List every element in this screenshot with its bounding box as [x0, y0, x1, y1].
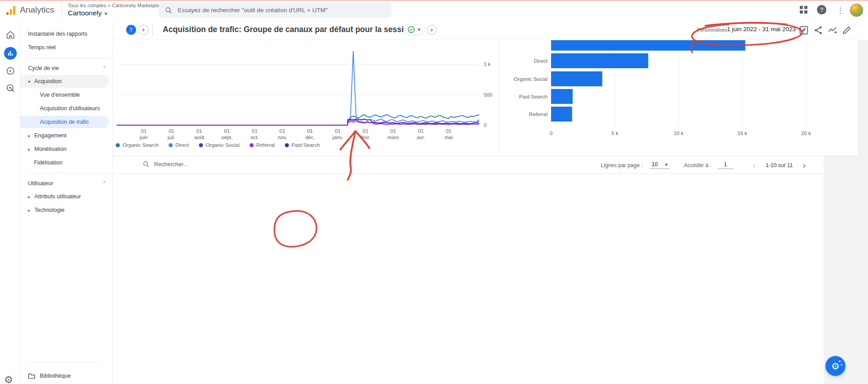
x-axis-tick-label: 01sept.	[221, 128, 232, 140]
x-axis-tick-label: 01mars	[387, 128, 399, 140]
legend-label: Paid Search	[292, 142, 320, 148]
sidebar-item-temps-reel[interactable]: Temps réel	[20, 41, 113, 54]
sidebar-item-label: Technologie	[34, 207, 65, 213]
ga4-application: Analytics Tous les comptes > Cartoonely …	[0, 0, 868, 384]
legend-dot-icon	[116, 143, 120, 147]
rows-per-page-select[interactable]: 10▼	[649, 161, 670, 169]
sidebar-item-attributs-utilisateur[interactable]: ▸Attributs utilisateur	[20, 190, 113, 203]
legend-item-direct[interactable]: Direct	[169, 142, 189, 148]
bar-category-label: Referral	[529, 112, 547, 117]
bar-category-label: Paid Search	[519, 94, 547, 99]
sidebar-item-engagement[interactable]: ▸Engagement	[20, 129, 113, 142]
sidebar-item-vue-d-ensemble[interactable]: Vue d'ensemble	[20, 89, 113, 101]
bar-direct[interactable]	[551, 53, 648, 68]
x-axis-tick-label: 01mai	[444, 128, 453, 140]
legend-dot-icon	[169, 143, 173, 147]
legend-label: Organic Social	[206, 142, 240, 148]
arrow-right-icon: ▸	[28, 191, 34, 203]
global-search-input[interactable]: Essayez de rechercher "outil de création…	[159, 3, 392, 18]
sidebar-item-bibliotheque[interactable]: Bibliothèque	[20, 369, 113, 383]
report-status-badge[interactable]: ▼	[404, 24, 425, 35]
table-search-input[interactable]: Rechercher...	[143, 161, 188, 168]
page-gutter	[824, 156, 858, 384]
legend-label: Direct	[175, 142, 189, 148]
topbar-divider	[61, 4, 62, 17]
legend-dot-icon	[285, 143, 289, 147]
check-circle-icon	[407, 26, 415, 33]
sidebar-section-cycle-de-vie[interactable]: Cycle de vie⌃	[20, 62, 113, 74]
home-icon[interactable]	[4, 28, 17, 41]
sidebar-item-label: Attributs utilisateur	[34, 193, 81, 200]
bar-paid-search[interactable]	[551, 89, 573, 104]
legend-item-referral[interactable]: Referral	[250, 142, 275, 148]
sidebar-section-label: Utilisateur	[28, 178, 53, 189]
legend-item-organic-search[interactable]: Organic Search	[116, 142, 159, 148]
legend-dot-icon	[199, 143, 203, 147]
reports-icon[interactable]	[4, 47, 17, 60]
help-icon[interactable]: ?	[817, 5, 826, 14]
insights-icon[interactable]	[828, 25, 838, 35]
user-avatar[interactable]	[849, 3, 863, 17]
pagination-range: 1-10 sur 11	[763, 162, 796, 169]
sidebar-item-fidelisation[interactable]: Fidélisation	[20, 156, 113, 169]
sidebar-item-label: Engagement	[34, 132, 66, 139]
page-title: Acquisition de trafic: Groupe de canaux …	[163, 25, 413, 34]
sidebar-item-technologie[interactable]: ▸Technologie	[20, 204, 113, 216]
sidebar-section-utilisateur[interactable]: Utilisateur⌃	[20, 178, 113, 189]
advertising-icon[interactable]	[4, 82, 17, 94]
x-axis-tick-label: 20 k	[801, 131, 811, 136]
sidebar-section-label: Cycle de vie	[28, 62, 59, 74]
vertical-scrollbar-track[interactable]	[858, 40, 868, 384]
y-axis-tick-label: 1 k	[484, 61, 491, 67]
sidebar-divider	[28, 362, 100, 363]
comparison-badge[interactable]: T	[126, 25, 136, 35]
x-axis-tick-label: 01juil.	[167, 128, 175, 140]
add-metric-button[interactable]: +	[427, 25, 437, 35]
chevron-down-icon: ▼	[417, 27, 421, 32]
sidebar-item-acquisition-de-trafic[interactable]: Acquisition de trafic	[20, 116, 109, 128]
bar-referral[interactable]	[551, 107, 572, 122]
bar-chart[interactable]: 05 k10 k15 k20 kDirectOrganic SocialPaid…	[499, 40, 824, 157]
admin-gear-icon[interactable]: ⚙	[4, 374, 13, 384]
goto-page-input[interactable]: 1	[718, 161, 733, 169]
analytics-logo-icon[interactable]	[6, 5, 17, 16]
bar-organic-social[interactable]	[551, 71, 602, 86]
line-chart[interactable]: 1 k500001juin01juil.01août01sept.01oct.0…	[113, 40, 499, 157]
date-range-type: Personnalisée	[697, 27, 727, 33]
next-page-icon[interactable]: ›	[798, 161, 810, 169]
more-vert-icon[interactable]: ⋮	[836, 6, 844, 15]
sidebar-library-block: Bibliothèque	[20, 358, 113, 384]
date-range-picker[interactable]: 1 juin 2022 - 31 mai 2023 ▼	[727, 26, 802, 33]
sidebar-item-instantane-des-rapports[interactable]: Instantané des rapports	[20, 28, 113, 40]
share-icon[interactable]	[813, 25, 823, 35]
sidebar-item-acquisition-d-utilisateurs[interactable]: Acquisition d'utilisateurs	[20, 102, 113, 115]
line-series-direct	[117, 51, 479, 125]
edit-pencil-icon[interactable]	[842, 25, 852, 35]
account-switcher[interactable]: Cartoonely ▼	[68, 9, 108, 17]
bar-category-label: Direct	[534, 58, 548, 64]
insights-fab-button[interactable]: ⚙ ✦ ✦	[826, 356, 845, 376]
legend-label: Organic Search	[123, 142, 159, 148]
arrow-down-icon: ▾	[28, 75, 34, 88]
header-divider	[152, 24, 153, 36]
sidebar-divider	[28, 58, 112, 58]
sidebar-item-label: Monétisation	[34, 146, 66, 152]
add-comparison-button[interactable]: +	[138, 25, 148, 35]
sparkle-icon: ✦	[840, 363, 843, 367]
google-apps-grid-icon[interactable]	[800, 6, 807, 14]
sidebar-item-monetisation[interactable]: ▸Monétisation	[20, 143, 113, 155]
bar-organic-search[interactable]	[551, 40, 745, 51]
breadcrumb[interactable]: Tous les comptes > Cartoonely Marketplac…	[68, 3, 165, 8]
analytics-brand-label: Analytics	[20, 5, 54, 15]
chevron-up-icon: ⌃	[103, 178, 106, 189]
sidebar-item-acquisition[interactable]: ▾Acquisition	[20, 75, 109, 88]
x-axis-tick-label: 01janv.	[332, 128, 343, 140]
legend-item-organic-social[interactable]: Organic Social	[199, 142, 240, 148]
sidebar-item-label: Acquisition de trafic	[40, 119, 89, 125]
previous-page-icon[interactable]: ‹	[749, 161, 760, 169]
sidebar-nav: Instantané des rapportsTemps réelCycle d…	[20, 28, 113, 216]
line-series-paid-search	[117, 119, 479, 125]
customize-report-icon[interactable]	[799, 25, 809, 35]
explore-icon[interactable]	[4, 65, 17, 77]
legend-item-paid-search[interactable]: Paid Search	[285, 142, 320, 148]
